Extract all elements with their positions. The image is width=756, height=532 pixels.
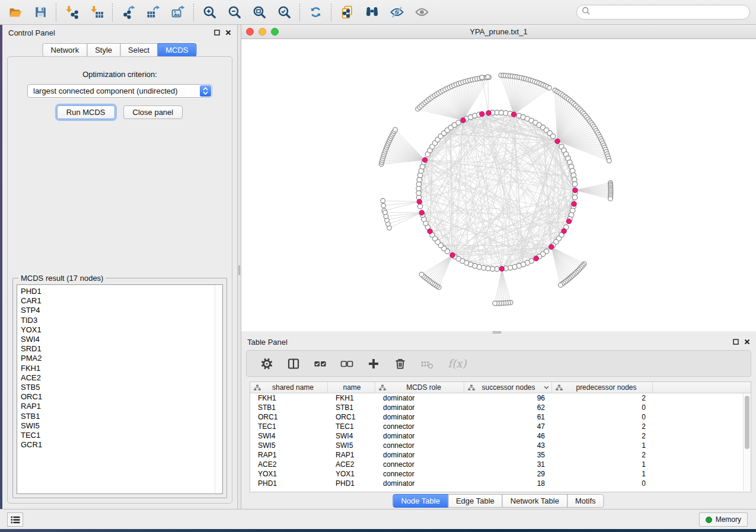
network-hub-node[interactable]	[480, 111, 484, 116]
table-row[interactable]: FKH1FKH1dominator962	[250, 393, 751, 403]
network-hub-node[interactable]	[450, 253, 455, 258]
mcds-result-node[interactable]: ACE2	[21, 373, 222, 383]
select-all-rows-button[interactable]	[312, 355, 328, 372]
mcds-result-list[interactable]: PHD1CAR1STP4TID3YOX1SWI4SRD1PMA2FKH1ACE2…	[17, 284, 223, 494]
save-session-button[interactable]	[31, 4, 50, 21]
table-row[interactable]: RAP1RAP1dominator352	[250, 450, 751, 460]
horizontal-splitter-grip[interactable]	[493, 331, 501, 334]
table-row[interactable]: YOX1YOX1connector291	[250, 469, 751, 479]
network-node[interactable]	[486, 75, 490, 79]
network-hub-node[interactable]	[566, 219, 571, 223]
network-hub-node[interactable]	[486, 111, 491, 116]
mcds-result-node[interactable]: YOX1	[21, 325, 222, 335]
column-header-successor-nodes[interactable]: successor nodes	[464, 382, 552, 393]
delete-column-button[interactable]	[392, 355, 409, 372]
tab-node-table[interactable]: Node Table	[393, 494, 448, 508]
table-settings-button[interactable]	[259, 355, 275, 372]
network-node[interactable]	[608, 197, 613, 201]
close-panel-button[interactable]: Close panel	[123, 105, 183, 119]
share-document-button[interactable]	[337, 4, 356, 21]
network-node[interactable]	[572, 195, 577, 200]
network-hub-node[interactable]	[572, 201, 576, 206]
import-network-button[interactable]	[62, 4, 81, 21]
column-header-MCDS-role[interactable]: MCDS role	[375, 382, 464, 393]
tab-style[interactable]: Style	[87, 43, 120, 57]
export-network-button[interactable]	[119, 4, 138, 21]
tab-network-table[interactable]: Network Table	[502, 494, 567, 508]
add-column-button[interactable]	[365, 355, 382, 372]
tab-network[interactable]: Network	[42, 43, 87, 57]
table-row[interactable]: PHD1PHD1dominator180	[250, 479, 751, 488]
network-hub-node[interactable]	[423, 158, 428, 162]
float-panel-icon[interactable]	[214, 28, 220, 37]
mcds-result-node[interactable]: PMA2	[21, 354, 222, 363]
network-search-field[interactable]	[576, 5, 750, 20]
mcds-result-node[interactable]: GCR1	[21, 440, 222, 450]
mcds-result-node[interactable]: TID3	[21, 316, 222, 325]
network-node[interactable]	[381, 198, 385, 203]
zoom-selected-button[interactable]	[275, 4, 294, 21]
mcds-result-node[interactable]: STB1	[21, 412, 222, 421]
table-row[interactable]: SWI5SWI5connector431	[250, 441, 751, 450]
network-node[interactable]	[417, 204, 422, 209]
network-node[interactable]	[547, 86, 552, 91]
network-node[interactable]	[393, 127, 398, 132]
zoom-fit-button[interactable]	[250, 4, 269, 21]
column-header-shared-name[interactable]: shared name	[250, 382, 328, 393]
network-hub-node[interactable]	[511, 112, 516, 117]
network-node[interactable]	[456, 120, 461, 125]
network-node[interactable]	[381, 203, 386, 208]
show-graphics-details-button[interactable]	[412, 4, 431, 21]
network-search-button[interactable]	[362, 4, 381, 21]
vertical-splitter-grip[interactable]	[238, 265, 240, 275]
tab-edge-table[interactable]: Edge Table	[448, 494, 503, 508]
table-row[interactable]: ACE2ACE2connector311	[250, 460, 751, 469]
column-header-name[interactable]: name	[328, 382, 375, 393]
network-canvas[interactable]	[241, 39, 755, 330]
close-panel-icon[interactable]	[225, 28, 231, 37]
network-node[interactable]	[419, 272, 424, 277]
mcds-result-node[interactable]: SRD1	[21, 344, 222, 354]
mcds-result-node[interactable]: FKH1	[21, 364, 222, 373]
vertical-splitter[interactable]	[237, 25, 241, 509]
network-hub-node[interactable]	[499, 267, 504, 271]
export-image-button[interactable]	[168, 4, 187, 21]
table-row[interactable]: STB1STB1dominator620	[250, 403, 751, 412]
network-hub-node[interactable]	[428, 229, 432, 233]
export-table-button[interactable]	[143, 4, 162, 21]
close-table-panel-icon[interactable]	[744, 338, 750, 347]
network-graph[interactable]	[241, 39, 755, 330]
network-hub-node[interactable]	[562, 229, 566, 233]
task-history-button[interactable]	[7, 512, 23, 527]
float-table-panel-icon[interactable]	[733, 338, 739, 347]
network-node[interactable]	[559, 283, 563, 287]
network-hub-node[interactable]	[417, 199, 422, 204]
tab-mcds[interactable]: MCDS	[157, 43, 196, 57]
table-row[interactable]: TEC1TEC1connector472	[250, 422, 751, 431]
mcds-result-node[interactable]: SWI4	[21, 335, 222, 344]
apply-preferred-layout-button[interactable]	[306, 4, 325, 21]
network-node[interactable]	[383, 210, 388, 215]
network-node[interactable]	[551, 134, 556, 139]
mcds-result-node[interactable]: STB5	[21, 383, 222, 392]
network-hub-node[interactable]	[534, 256, 538, 261]
mcds-result-node[interactable]: CAR1	[21, 296, 222, 306]
deselect-all-rows-button[interactable]	[339, 355, 355, 372]
network-node[interactable]	[480, 75, 484, 80]
mcds-result-node[interactable]: ORC1	[21, 392, 222, 402]
network-hub-node[interactable]	[549, 245, 554, 249]
mcds-result-node[interactable]: RAP1	[21, 402, 222, 411]
open-file-button[interactable]	[6, 4, 25, 21]
optimization-criterion-select[interactable]: largest connected component (undirected)	[27, 84, 212, 98]
network-hub-node[interactable]	[555, 139, 560, 143]
network-node[interactable]	[493, 301, 497, 306]
tab-select[interactable]: Select	[120, 43, 158, 57]
mcds-result-node[interactable]: TEC1	[21, 431, 222, 440]
table-scrollbar-thumb[interactable]	[745, 396, 749, 449]
network-hub-node[interactable]	[573, 188, 578, 193]
zoom-in-button[interactable]	[200, 4, 219, 21]
mcds-result-node[interactable]: PHD1	[21, 287, 222, 296]
mcds-result-node[interactable]: STP4	[21, 306, 222, 315]
memory-button[interactable]: Memory	[699, 512, 748, 527]
choose-columns-button[interactable]	[285, 355, 302, 372]
